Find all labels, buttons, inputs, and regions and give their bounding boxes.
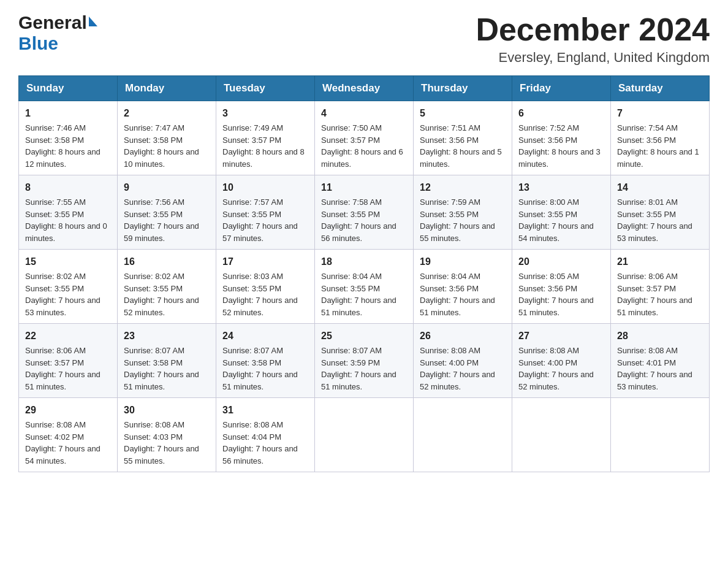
day-info: Sunrise: 7:56 AMSunset: 3:55 PMDaylight:… [124,196,210,244]
day-number: 22 [25,329,111,343]
day-cell-12: 12Sunrise: 7:59 AMSunset: 3:55 PMDayligh… [414,175,512,250]
weekday-header-saturday: Saturday [611,76,710,101]
day-cell-10: 10Sunrise: 7:57 AMSunset: 3:55 PMDayligh… [216,175,315,250]
day-info: Sunrise: 8:08 AMSunset: 4:04 PMDaylight:… [222,419,308,467]
day-cell-28: 28Sunrise: 8:08 AMSunset: 4:01 PMDayligh… [611,324,710,398]
day-number: 29 [25,403,111,418]
day-number: 10 [222,180,308,195]
day-info: Sunrise: 7:52 AMSunset: 3:56 PMDaylight:… [518,122,604,170]
day-info: Sunrise: 7:55 AMSunset: 3:55 PMDaylight:… [25,196,111,244]
day-number: 11 [321,180,407,195]
logo-general-text: General [18,12,87,33]
day-number: 28 [617,329,703,343]
day-info: Sunrise: 8:04 AMSunset: 3:56 PMDaylight:… [420,270,506,318]
day-number: 17 [222,255,308,269]
weekday-header-tuesday: Tuesday [216,76,315,101]
day-cell-25: 25Sunrise: 8:07 AMSunset: 3:59 PMDayligh… [315,324,414,398]
day-info: Sunrise: 8:07 AMSunset: 3:58 PMDaylight:… [222,345,308,393]
day-cell-27: 27Sunrise: 8:08 AMSunset: 4:00 PMDayligh… [512,324,611,398]
day-number: 24 [222,329,308,343]
day-cell-18: 18Sunrise: 8:04 AMSunset: 3:55 PMDayligh… [315,250,414,324]
logo-blue-text: Blue [18,33,58,54]
day-cell-14: 14Sunrise: 8:01 AMSunset: 3:55 PMDayligh… [611,175,710,250]
day-cell-23: 23Sunrise: 8:07 AMSunset: 3:58 PMDayligh… [118,324,216,398]
day-number: 16 [124,255,210,269]
day-number: 23 [124,329,210,343]
day-number: 2 [124,106,210,121]
day-number: 8 [25,180,111,195]
day-number: 14 [617,180,703,195]
day-number: 25 [321,329,407,343]
empty-cell [611,398,710,472]
day-info: Sunrise: 8:06 AMSunset: 3:57 PMDaylight:… [25,345,111,393]
day-info: Sunrise: 7:51 AMSunset: 3:56 PMDaylight:… [420,122,506,170]
day-cell-21: 21Sunrise: 8:06 AMSunset: 3:57 PMDayligh… [611,250,710,324]
week-row-3: 15Sunrise: 8:02 AMSunset: 3:55 PMDayligh… [19,250,710,324]
day-info: Sunrise: 8:06 AMSunset: 3:57 PMDaylight:… [617,270,703,318]
day-cell-17: 17Sunrise: 8:03 AMSunset: 3:55 PMDayligh… [216,250,315,324]
month-title: December 2024 [476,12,710,47]
day-number: 5 [420,106,506,121]
day-info: Sunrise: 7:57 AMSunset: 3:55 PMDaylight:… [222,196,308,244]
day-info: Sunrise: 7:59 AMSunset: 3:55 PMDaylight:… [420,196,506,244]
day-cell-2: 2Sunrise: 7:47 AMSunset: 3:58 PMDaylight… [118,101,216,175]
day-cell-13: 13Sunrise: 8:00 AMSunset: 3:55 PMDayligh… [512,175,611,250]
weekday-header-sunday: Sunday [19,76,118,101]
day-info: Sunrise: 8:02 AMSunset: 3:55 PMDaylight:… [124,270,210,318]
calendar-table: SundayMondayTuesdayWednesdayThursdayFrid… [18,75,710,472]
day-cell-3: 3Sunrise: 7:49 AMSunset: 3:57 PMDaylight… [216,101,315,175]
day-number: 6 [518,106,604,121]
day-cell-6: 6Sunrise: 7:52 AMSunset: 3:56 PMDaylight… [512,101,611,175]
day-number: 12 [420,180,506,195]
weekday-header-friday: Friday [512,76,611,101]
day-cell-30: 30Sunrise: 8:08 AMSunset: 4:03 PMDayligh… [118,398,216,472]
title-area: December 2024 Eversley, England, United … [476,12,710,66]
day-cell-26: 26Sunrise: 8:08 AMSunset: 4:00 PMDayligh… [414,324,512,398]
day-info: Sunrise: 8:08 AMSunset: 4:01 PMDaylight:… [617,345,703,393]
day-cell-24: 24Sunrise: 8:07 AMSunset: 3:58 PMDayligh… [216,324,315,398]
day-cell-4: 4Sunrise: 7:50 AMSunset: 3:57 PMDaylight… [315,101,414,175]
day-info: Sunrise: 8:07 AMSunset: 3:59 PMDaylight:… [321,345,407,393]
empty-cell [414,398,512,472]
day-number: 15 [25,255,111,269]
day-cell-5: 5Sunrise: 7:51 AMSunset: 3:56 PMDaylight… [414,101,512,175]
week-row-5: 29Sunrise: 8:08 AMSunset: 4:02 PMDayligh… [19,398,710,472]
day-cell-1: 1Sunrise: 7:46 AMSunset: 3:58 PMDaylight… [19,101,118,175]
day-cell-15: 15Sunrise: 8:02 AMSunset: 3:55 PMDayligh… [19,250,118,324]
day-info: Sunrise: 7:47 AMSunset: 3:58 PMDaylight:… [124,122,210,170]
day-number: 1 [25,106,111,121]
day-cell-19: 19Sunrise: 8:04 AMSunset: 3:56 PMDayligh… [414,250,512,324]
day-number: 18 [321,255,407,269]
logo: General Blue [18,12,97,54]
logo-arrow-icon [89,17,97,26]
day-cell-11: 11Sunrise: 7:58 AMSunset: 3:55 PMDayligh… [315,175,414,250]
day-number: 13 [518,180,604,195]
day-info: Sunrise: 8:08 AMSunset: 4:02 PMDaylight:… [25,419,111,467]
day-info: Sunrise: 8:07 AMSunset: 3:58 PMDaylight:… [124,345,210,393]
day-number: 20 [518,255,604,269]
weekday-header-thursday: Thursday [414,76,512,101]
day-info: Sunrise: 7:58 AMSunset: 3:55 PMDaylight:… [321,196,407,244]
day-cell-16: 16Sunrise: 8:02 AMSunset: 3:55 PMDayligh… [118,250,216,324]
week-row-2: 8Sunrise: 7:55 AMSunset: 3:55 PMDaylight… [19,175,710,250]
empty-cell [512,398,611,472]
day-info: Sunrise: 8:05 AMSunset: 3:56 PMDaylight:… [518,270,604,318]
day-number: 31 [222,403,308,418]
day-number: 9 [124,180,210,195]
day-number: 26 [420,329,506,343]
day-cell-20: 20Sunrise: 8:05 AMSunset: 3:56 PMDayligh… [512,250,611,324]
day-info: Sunrise: 8:01 AMSunset: 3:55 PMDaylight:… [617,196,703,244]
day-info: Sunrise: 7:49 AMSunset: 3:57 PMDaylight:… [222,122,308,170]
day-cell-8: 8Sunrise: 7:55 AMSunset: 3:55 PMDaylight… [19,175,118,250]
week-row-4: 22Sunrise: 8:06 AMSunset: 3:57 PMDayligh… [19,324,710,398]
empty-cell [315,398,414,472]
day-number: 27 [518,329,604,343]
day-number: 7 [617,106,703,121]
day-info: Sunrise: 7:50 AMSunset: 3:57 PMDaylight:… [321,122,407,170]
day-cell-7: 7Sunrise: 7:54 AMSunset: 3:56 PMDaylight… [611,101,710,175]
day-info: Sunrise: 8:08 AMSunset: 4:03 PMDaylight:… [124,419,210,467]
day-info: Sunrise: 8:08 AMSunset: 4:00 PMDaylight:… [518,345,604,393]
day-number: 21 [617,255,703,269]
week-row-1: 1Sunrise: 7:46 AMSunset: 3:58 PMDaylight… [19,101,710,175]
day-cell-9: 9Sunrise: 7:56 AMSunset: 3:55 PMDaylight… [118,175,216,250]
